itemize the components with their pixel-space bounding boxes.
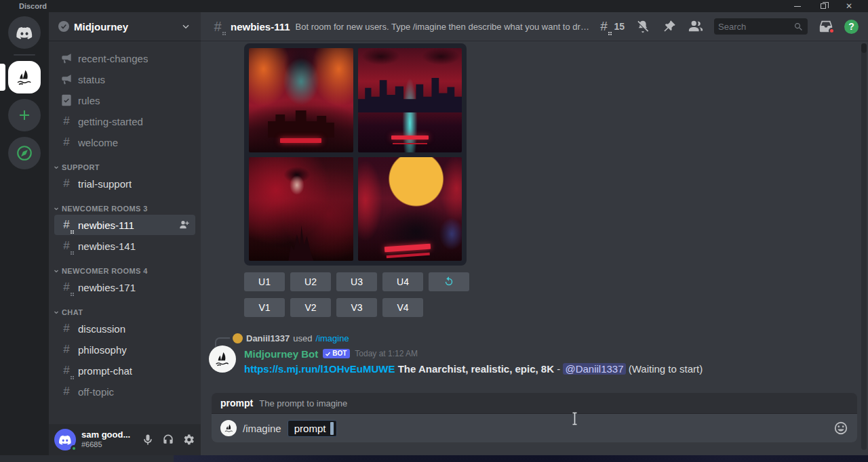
user-panel[interactable]: sam good... #6685: [49, 424, 201, 455]
microphone-icon[interactable]: [141, 433, 155, 446]
channel-label: newbies-111: [78, 219, 134, 231]
channel-newbies-171[interactable]: #newbies-171: [54, 277, 195, 297]
bot-author-name[interactable]: Midjourney Bot: [244, 348, 318, 360]
channel-label: status: [78, 74, 105, 85]
header-toolbar: # 15 ?: [595, 18, 859, 35]
user-mention[interactable]: @Daniil1337: [563, 363, 625, 375]
help-icon[interactable]: ?: [844, 20, 859, 34]
app-title: Discord: [19, 2, 47, 10]
reply-command[interactable]: /imagine: [316, 333, 349, 343]
hash-badge-dots: [222, 32, 224, 33]
channel-trial-support[interactable]: #trial-support: [54, 173, 195, 194]
bot-avatar[interactable]: [209, 345, 236, 373]
channel-getting-started[interactable]: #getting-started: [54, 111, 195, 131]
channel-welcome[interactable]: #welcome: [54, 132, 195, 152]
slash-command-bot-avatar: [220, 420, 237, 436]
user-discriminator: #6685: [81, 440, 136, 449]
chat-scrollbar-thumb[interactable]: [861, 43, 867, 53]
rail-item-discord-home[interactable]: [8, 16, 41, 49]
variation-button-v2[interactable]: V2: [290, 298, 331, 317]
channel-status[interactable]: status: [54, 69, 195, 89]
announcement-icon: [60, 51, 73, 65]
chat-scrollbar[interactable]: [861, 43, 867, 450]
slash-command-label: /imagine: [243, 423, 281, 434]
message-body: Midjourney Bot BOT Today at 1:12 AM http…: [201, 347, 854, 376]
chevron-down-icon: [180, 21, 191, 32]
category-support[interactable]: SUPPORT: [49, 163, 201, 171]
minimize-button[interactable]: [793, 2, 802, 10]
reply-user-avatar[interactable]: [233, 333, 243, 343]
chevron-down-icon: [53, 309, 60, 316]
generated-image-4: [358, 157, 462, 261]
selected-server-pill: [0, 64, 5, 91]
upscale-button-u1[interactable]: U1: [244, 272, 285, 291]
emoji-picker-icon[interactable]: [833, 421, 848, 436]
channel-label: rules: [78, 95, 100, 106]
category-chat[interactable]: CHAT: [49, 308, 201, 316]
upscale-button-u4[interactable]: U4: [382, 272, 423, 291]
generated-image-grid[interactable]: [244, 43, 467, 266]
prompt-option-chip[interactable]: prompt: [288, 420, 338, 437]
channel-label: trial-support: [78, 178, 132, 190]
autocomplete-popup[interactable]: prompt The prompt to imagine: [212, 393, 857, 414]
channel-recent-changes[interactable]: recent-changes: [54, 48, 195, 68]
reply-author[interactable]: Daniil1337: [246, 333, 290, 343]
close-button[interactable]: ✕: [845, 2, 853, 10]
message-content: https://s.mj.run/l1OHvEuMUWE The Anarchi…: [244, 362, 854, 376]
chat-column: # newbies-111 Bot room for new users. Ty…: [201, 12, 868, 455]
message-input-bar[interactable]: /imagine prompt: [212, 414, 857, 442]
generated-image-2: [358, 48, 462, 152]
channel-philosophy[interactable]: #philosophy: [54, 339, 195, 360]
channel-off-topic[interactable]: #off-topic: [54, 381, 195, 402]
hash-icon: #: [60, 177, 73, 190]
hash-icon: #: [60, 343, 73, 356]
variation-button-v1[interactable]: V1: [244, 298, 285, 317]
rail-item-add-server[interactable]: [8, 99, 41, 131]
category-newcomer-rooms-4[interactable]: NEWCOMER ROOMS 4: [49, 267, 201, 275]
hash-icon: #: [60, 322, 73, 335]
rail-item-explore-servers[interactable]: [8, 137, 41, 169]
server-rail: [0, 12, 49, 455]
search-input[interactable]: [718, 22, 791, 32]
create-invite-icon[interactable]: [179, 219, 190, 230]
verified-badge-icon: [58, 21, 69, 32]
rerun-button[interactable]: [429, 272, 469, 291]
chevron-down-icon: [53, 164, 60, 171]
member-list-icon[interactable]: [688, 18, 704, 35]
channel-discussion[interactable]: #discussion: [54, 318, 195, 339]
rail-item-midjourney-server[interactable]: [8, 61, 41, 93]
channel-label: prompt-chat: [78, 365, 132, 377]
channel-newbies-141[interactable]: #newbies-141: [54, 236, 195, 256]
variation-button-v3[interactable]: V3: [336, 298, 377, 317]
text-cursor: [330, 422, 334, 435]
channel-rules[interactable]: rules: [54, 90, 195, 110]
user-avatar[interactable]: [54, 429, 76, 450]
channel-hash-icon: #: [210, 19, 225, 34]
category-newcomer-rooms-3[interactable]: NEWCOMER ROOMS 3: [49, 205, 201, 213]
channel-topic[interactable]: Bot room for new users. Type /imagine th…: [296, 22, 591, 32]
channel-label: getting-started: [78, 116, 143, 127]
rail-divider: [14, 54, 35, 56]
upscale-button-u2[interactable]: U2: [290, 272, 331, 291]
online-status-icon: [71, 445, 77, 452]
headphones-icon[interactable]: [161, 433, 175, 446]
job-link[interactable]: https://s.mj.run/l1OHvEuMUWE: [244, 363, 395, 375]
inbox-icon[interactable]: [818, 18, 834, 35]
variation-button-v4[interactable]: V4: [382, 298, 423, 317]
components-row-1: U1U2U3U4: [244, 272, 469, 291]
autocomplete-option[interactable]: prompt: [220, 398, 253, 408]
upscale-button-u3[interactable]: U3: [336, 272, 377, 291]
reply-action: used: [293, 333, 312, 343]
channel-title: newbies-111: [231, 21, 290, 33]
maximize-button[interactable]: [819, 2, 827, 10]
restore-icon: [821, 3, 826, 9]
server-header[interactable]: Midjourney: [49, 12, 201, 41]
channel-prompt-chat[interactable]: #prompt-chat: [54, 360, 195, 381]
search-box: [714, 18, 808, 35]
notifications-muted-icon[interactable]: [635, 18, 651, 35]
threads-button[interactable]: # 15: [595, 18, 625, 35]
settings-gear-icon[interactable]: [182, 433, 195, 446]
generated-image-1: [249, 48, 353, 152]
channel-newbies-111[interactable]: #newbies-111: [54, 215, 195, 235]
pinned-messages-icon[interactable]: [661, 18, 677, 35]
